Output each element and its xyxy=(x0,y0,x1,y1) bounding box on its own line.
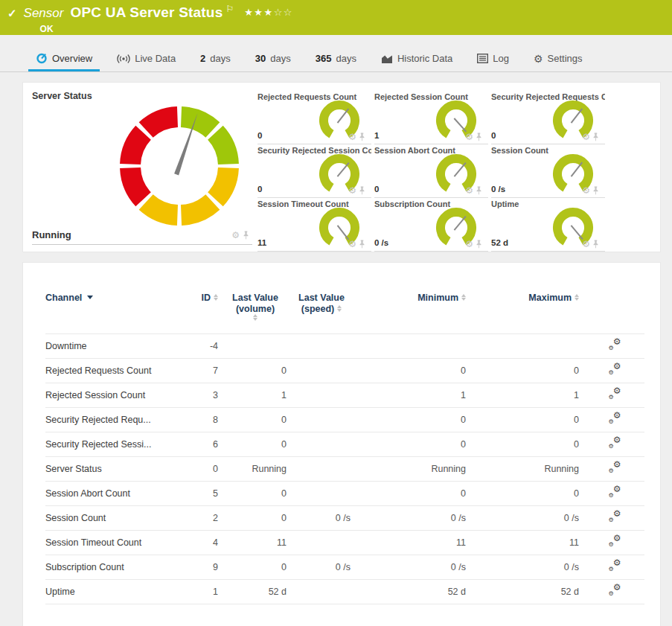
col-header-id[interactable]: ID xyxy=(178,263,224,334)
sort-icon xyxy=(214,294,218,301)
channel-settings-icon[interactable]: ⚙⚙ xyxy=(609,413,621,424)
mini-gauge-value: 0 xyxy=(257,185,262,194)
gear-icon[interactable]: ⚙ xyxy=(348,132,356,141)
tab-bar: OverviewLive Data2days30days365daysHisto… xyxy=(0,35,672,72)
channel-name: Security Rejected Requ... xyxy=(45,408,178,432)
priority-stars[interactable]: ★★★☆☆ xyxy=(244,7,293,19)
gear-icon[interactable]: ⚙ xyxy=(465,132,473,141)
channel-row: Session Count200 /s0 /s0 /s⚙⚙ xyxy=(45,506,644,531)
pin-icon[interactable] xyxy=(476,132,482,141)
tab-days[interactable]: 365days xyxy=(308,53,364,71)
tab-label: days xyxy=(270,53,290,64)
channel-minimum: 52 d xyxy=(356,580,472,604)
channel-last-value-speed: 0 /s xyxy=(292,555,356,580)
tab-label: days xyxy=(336,53,356,64)
tab-log[interactable]: Log xyxy=(470,53,516,71)
live-icon xyxy=(117,54,130,64)
tab-label: days xyxy=(210,53,230,64)
mini-gauge-grid: Rejected Requests Count 0 ⚙ Rejected Ses… xyxy=(257,91,605,252)
object-kind-label: Sensor xyxy=(24,6,64,21)
tab-days[interactable]: 2days xyxy=(193,53,238,71)
sort-icon xyxy=(253,314,257,321)
gear-icon[interactable]: ⚙ xyxy=(582,186,590,195)
tab-number: 30 xyxy=(255,53,266,64)
col-header-last-value-volume[interactable]: Last Value (volume) xyxy=(224,263,292,334)
col-header-maximum[interactable]: Maximum xyxy=(472,263,585,334)
channel-settings-icon[interactable]: ⚙⚙ xyxy=(609,536,621,547)
channel-settings-icon[interactable]: ⚙⚙ xyxy=(609,438,621,449)
flag-icon[interactable]: ⚐ xyxy=(225,4,234,14)
channel-settings-icon[interactable]: ⚙⚙ xyxy=(609,560,621,572)
channel-id: 1 xyxy=(178,580,224,604)
settings-icon: ⚙ xyxy=(534,54,543,64)
gear-icon[interactable]: ⚙ xyxy=(465,186,473,195)
gear-icon[interactable]: ⚙ xyxy=(582,240,590,249)
pin-icon[interactable] xyxy=(592,132,599,141)
mini-gauge-cell: Rejected Requests Count 0 ⚙ xyxy=(257,91,371,144)
channel-row: Session Timeout Count4111111⚙⚙ xyxy=(45,531,644,555)
tab-settings[interactable]: ⚙Settings xyxy=(526,53,590,71)
channel-last-value-speed xyxy=(292,359,356,383)
tab-overview[interactable]: Overview xyxy=(28,52,100,71)
channel-row: Rejected Requests Count7000⚙⚙ xyxy=(45,359,644,383)
channel-maximum: 11 xyxy=(472,531,585,555)
main-gauge-value: Running xyxy=(32,229,71,240)
channel-settings-icon[interactable]: ⚙⚙ xyxy=(609,511,621,523)
tab-label: Live Data xyxy=(135,53,176,64)
mini-gauge-value: 52 d xyxy=(491,238,508,247)
pin-icon[interactable] xyxy=(592,240,599,249)
mini-gauge-actions: ⚙ xyxy=(465,240,482,249)
channel-row: Rejected Session Count3111⚙⚙ xyxy=(45,383,644,408)
pin-icon[interactable] xyxy=(476,240,482,249)
channel-id: 3 xyxy=(178,383,224,408)
channel-maximum: 0 xyxy=(472,432,585,457)
gear-icon[interactable]: ⚙ xyxy=(231,231,240,240)
pin-icon[interactable] xyxy=(359,132,365,141)
tab-live-data[interactable]: Live Data xyxy=(109,53,183,71)
sort-icon xyxy=(575,294,579,301)
mini-gauge-cell: Security Rejected Requests C... 0 ⚙ xyxy=(491,91,605,144)
channel-last-value-volume: 0 xyxy=(224,482,292,506)
channel-settings-icon[interactable]: ⚙⚙ xyxy=(609,487,621,498)
col-header-minimum[interactable]: Minimum xyxy=(356,263,472,334)
col-header-channel[interactable]: Channel xyxy=(45,263,178,334)
channel-minimum: 1 xyxy=(356,383,472,408)
channels-table: Channel ID Last Value (volume) xyxy=(45,263,644,604)
tab-historic-data[interactable]: Historic Data xyxy=(374,53,460,71)
col-header-last-value-speed[interactable]: Last Value (speed) xyxy=(292,263,356,334)
channel-last-value-speed xyxy=(292,580,356,604)
tab-days[interactable]: 30days xyxy=(248,53,298,71)
table-header-row: Channel ID Last Value (volume) xyxy=(45,263,644,334)
channel-settings-icon[interactable]: ⚙⚙ xyxy=(609,389,621,400)
channel-maximum: 52 d xyxy=(472,580,585,604)
channel-settings-icon[interactable]: ⚙⚙ xyxy=(609,462,621,473)
mini-gauge-cell: Security Rejected Session Co... 0 ⚙ xyxy=(257,144,371,198)
channel-minimum: 0 xyxy=(356,482,472,506)
channel-last-value-volume: 0 xyxy=(224,408,292,432)
pin-icon[interactable] xyxy=(359,186,365,195)
log-icon xyxy=(477,54,488,63)
gear-icon[interactable]: ⚙ xyxy=(348,240,356,249)
pin-icon[interactable] xyxy=(359,240,365,249)
gear-icon[interactable]: ⚙ xyxy=(582,132,590,141)
gear-icon[interactable]: ⚙ xyxy=(348,186,356,195)
channel-last-value-speed xyxy=(292,531,356,555)
pin-icon[interactable] xyxy=(476,186,482,195)
channel-settings-icon[interactable]: ⚙⚙ xyxy=(609,364,621,375)
mini-gauge-cell: Subscription Count 0 /s ⚙ xyxy=(374,198,488,252)
channel-id: 0 xyxy=(178,457,224,482)
channel-id: 8 xyxy=(178,408,224,432)
channel-maximum: 0 xyxy=(472,359,585,383)
channels-panel: Channel ID Last Value (volume) xyxy=(22,262,661,626)
channel-maximum: 0 xyxy=(472,482,585,506)
pin-icon[interactable] xyxy=(243,231,249,240)
pin-icon[interactable] xyxy=(592,186,599,195)
channel-settings-icon[interactable]: ⚙⚙ xyxy=(609,585,621,596)
gear-icon[interactable]: ⚙ xyxy=(465,240,473,249)
channel-row: Downtime-4⚙⚙ xyxy=(45,334,644,359)
channel-settings-icon[interactable]: ⚙⚙ xyxy=(609,339,621,351)
col-header-settings xyxy=(585,263,644,334)
channel-last-value-volume: 0 xyxy=(224,359,292,383)
mini-gauge-value: 0 /s xyxy=(374,238,388,247)
channel-id: 9 xyxy=(178,555,224,580)
